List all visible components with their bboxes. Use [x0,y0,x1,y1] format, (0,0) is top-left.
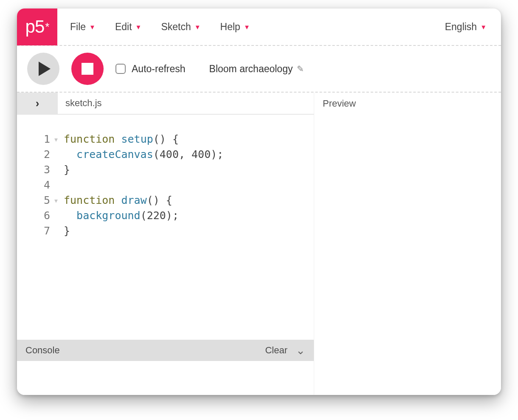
sketch-name[interactable]: Bloom archaeology ✎ [209,63,304,75]
code-punct: (400, 400); [153,148,224,161]
code-function-call: createCanvas [76,148,153,161]
console-actions: Clear ⌄ [265,344,305,357]
menubar: p5* File ▼ Edit ▼ Sketch ▼ Help ▼ Englis… [17,8,501,46]
dropdown-icon: ▼ [244,23,250,31]
console-output[interactable] [17,361,314,395]
preview-column: Preview [314,93,501,395]
fold-icon[interactable]: ▾ [53,193,64,208]
line-number: 1 [23,132,50,147]
menu-items: File ▼ Edit ▼ Sketch ▼ Help ▼ [57,21,445,33]
editor-header: › sketch.js [17,93,314,115]
code-punct: } [64,225,70,237]
line-number: 3 [23,162,50,178]
app-window: p5* File ▼ Edit ▼ Sketch ▼ Help ▼ Englis… [17,8,501,395]
dropdown-icon: ▼ [480,23,487,31]
toolbar: Auto-refresh Bloom archaeology ✎ [17,46,501,93]
play-icon [39,62,51,76]
body-area: › sketch.js 1 2 3 4 5 6 7 ▾ [17,93,501,395]
logo[interactable]: p5* [17,8,57,45]
sketch-name-text: Bloom archaeology [209,63,293,75]
fold-spacer [53,162,64,178]
stop-button[interactable] [71,53,104,85]
dropdown-icon: ▼ [89,23,96,31]
dropdown-icon: ▼ [194,23,201,31]
code-keyword: function [64,133,115,145]
fold-spacer [53,223,64,239]
code-punct: (220); [141,209,179,222]
line-number: 2 [23,147,50,162]
menu-help[interactable]: Help ▼ [220,21,250,33]
menu-file[interactable]: File ▼ [70,21,96,33]
fold-spacer [53,147,64,162]
code-function-call: background [76,209,141,222]
menu-file-label: File [70,21,86,33]
language-label: English [445,21,477,33]
console-label: Console [25,345,60,356]
menu-sketch[interactable]: Sketch ▼ [161,21,200,33]
line-number: 4 [23,178,50,193]
language-selector[interactable]: English ▼ [445,21,501,33]
code-content[interactable]: function setup() { createCanvas(400, 400… [64,132,223,335]
preview-header: Preview [314,93,501,115]
sidebar-expand-button[interactable]: › [17,93,58,114]
fold-icon[interactable]: ▾ [53,132,64,147]
file-tab[interactable]: sketch.js [58,93,314,114]
console-header: Console Clear ⌄ [17,340,314,361]
menu-edit-label: Edit [115,21,132,33]
chevron-down-icon[interactable]: ⌄ [296,344,305,357]
code-punct: () { [153,133,179,145]
line-number: 5 [23,193,50,208]
preview-label: Preview [323,98,356,109]
fold-spacer [53,208,64,223]
line-gutter: 1 2 3 4 5 6 7 [23,132,53,335]
code-editor[interactable]: 1 2 3 4 5 6 7 ▾ ▾ function set [17,115,314,340]
code-punct: () { [147,194,172,206]
code-keyword: function [64,194,115,206]
auto-refresh: Auto-refresh [115,63,186,75]
play-button[interactable] [27,53,59,85]
code-function-name: setup [121,133,153,145]
menu-edit[interactable]: Edit ▼ [115,21,142,33]
line-number: 7 [23,223,50,239]
logo-text: p5 [25,17,45,37]
chevron-right-icon: › [36,97,39,110]
fold-gutter: ▾ ▾ [53,132,64,335]
logo-star-icon: * [45,20,49,34]
code-function-name: draw [121,194,146,206]
line-number: 6 [23,208,50,223]
fold-spacer [53,178,64,193]
auto-refresh-checkbox[interactable] [115,64,126,74]
code-punct: } [64,163,70,176]
editor-column: › sketch.js 1 2 3 4 5 6 7 ▾ [17,93,314,395]
file-tab-label: sketch.js [65,98,102,109]
pencil-icon[interactable]: ✎ [297,64,304,74]
dropdown-icon: ▼ [135,23,142,31]
stop-icon [82,63,93,75]
auto-refresh-label: Auto-refresh [132,63,186,75]
menu-sketch-label: Sketch [161,21,191,33]
preview-canvas[interactable] [314,115,501,395]
console-clear-button[interactable]: Clear [265,345,287,356]
menu-help-label: Help [220,21,240,33]
